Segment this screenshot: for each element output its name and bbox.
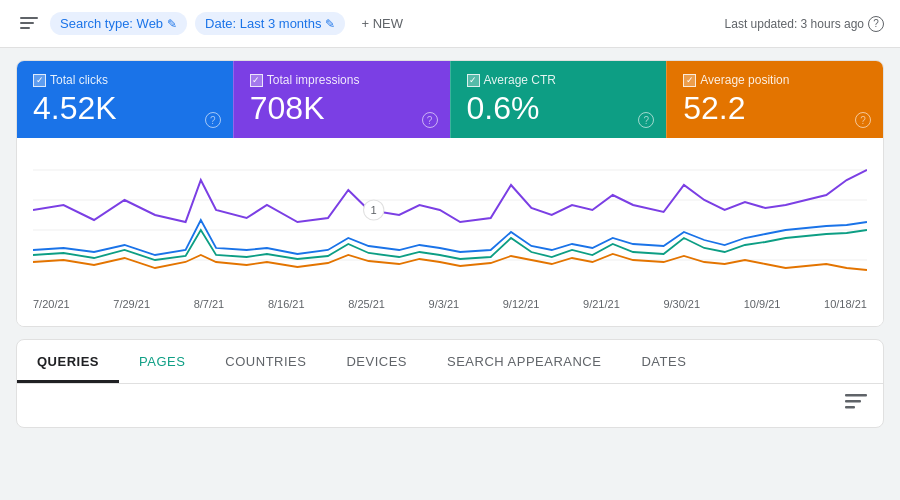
x-label-7: 9/21/21 xyxy=(583,298,620,310)
tab-search-appearance-label: SEARCH APPEARANCE xyxy=(447,354,601,369)
chart-area: 1 7/20/21 7/29/21 8/7/21 8/16/21 8/25/21… xyxy=(17,138,883,326)
metric-average-ctr: Average CTR 0.6% ? xyxy=(450,61,667,138)
tab-countries-label: COUNTRIES xyxy=(225,354,306,369)
new-button-label: + NEW xyxy=(361,16,403,31)
metric-clicks-label: Total clicks xyxy=(33,73,217,87)
search-type-edit-icon: ✎ xyxy=(167,17,177,31)
tab-dates-label: DATES xyxy=(641,354,686,369)
tab-search-appearance[interactable]: SEARCH APPEARANCE xyxy=(427,340,621,383)
tab-queries-label: QUERIES xyxy=(37,354,99,369)
tab-countries[interactable]: COUNTRIES xyxy=(205,340,326,383)
tabs-row: QUERIES PAGES COUNTRIES DEVICES SEARCH A… xyxy=(17,340,883,384)
metric-ctr-label: Average CTR xyxy=(467,73,651,87)
svg-rect-2 xyxy=(20,27,30,29)
new-button[interactable]: + NEW xyxy=(353,12,411,35)
date-chip[interactable]: Date: Last 3 months ✎ xyxy=(195,12,345,35)
tab-devices-label: DEVICES xyxy=(346,354,407,369)
tab-dates[interactable]: DATES xyxy=(621,340,706,383)
clicks-checkbox[interactable] xyxy=(33,74,46,87)
top-bar: Search type: Web ✎ Date: Last 3 months ✎… xyxy=(0,0,900,48)
clicks-label-text: Total clicks xyxy=(50,73,108,87)
x-label-1: 7/29/21 xyxy=(113,298,150,310)
ctr-label-text: Average CTR xyxy=(484,73,556,87)
tab-pages-label: PAGES xyxy=(139,354,185,369)
impressions-label-text: Total impressions xyxy=(267,73,360,87)
x-axis-labels: 7/20/21 7/29/21 8/7/21 8/16/21 8/25/21 9… xyxy=(33,294,867,318)
position-checkbox[interactable] xyxy=(683,74,696,87)
filter-button[interactable] xyxy=(16,13,42,35)
x-label-8: 9/30/21 xyxy=(663,298,700,310)
x-label-0: 7/20/21 xyxy=(33,298,70,310)
tabs-card: QUERIES PAGES COUNTRIES DEVICES SEARCH A… xyxy=(16,339,884,428)
svg-rect-9 xyxy=(845,394,867,397)
svg-rect-10 xyxy=(845,400,861,403)
date-edit-icon: ✎ xyxy=(325,17,335,31)
search-type-label: Search type: Web xyxy=(60,16,163,31)
x-label-5: 9/3/21 xyxy=(429,298,460,310)
ctr-checkbox[interactable] xyxy=(467,74,480,87)
impressions-help-icon[interactable]: ? xyxy=(422,112,438,128)
ctr-value: 0.6% xyxy=(467,91,651,126)
position-label-text: Average position xyxy=(700,73,789,87)
search-type-chip[interactable]: Search type: Web ✎ xyxy=(50,12,187,35)
x-label-6: 9/12/21 xyxy=(503,298,540,310)
x-label-9: 10/9/21 xyxy=(744,298,781,310)
impressions-value: 708K xyxy=(250,91,434,126)
metric-total-clicks: Total clicks 4.52K ? xyxy=(17,61,233,138)
last-updated-label: Last updated: 3 hours ago xyxy=(725,17,864,31)
tab-queries[interactable]: QUERIES xyxy=(17,340,119,383)
metric-average-position: Average position 52.2 ? xyxy=(666,61,883,138)
svg-rect-0 xyxy=(20,17,38,19)
x-label-4: 8/25/21 xyxy=(348,298,385,310)
x-label-2: 8/7/21 xyxy=(194,298,225,310)
line-chart: 1 xyxy=(33,150,867,290)
last-updated-text: Last updated: 3 hours ago ? xyxy=(725,16,884,32)
help-icon[interactable]: ? xyxy=(868,16,884,32)
filter-row xyxy=(17,384,883,427)
date-label: Date: Last 3 months xyxy=(205,16,321,31)
tab-devices[interactable]: DEVICES xyxy=(326,340,427,383)
svg-text:1: 1 xyxy=(371,204,377,216)
main-content: Total clicks 4.52K ? Total impressions 7… xyxy=(0,48,900,440)
metric-total-impressions: Total impressions 708K ? xyxy=(233,61,450,138)
clicks-value: 4.52K xyxy=(33,91,217,126)
ctr-help-icon[interactable]: ? xyxy=(638,112,654,128)
x-label-3: 8/16/21 xyxy=(268,298,305,310)
filter-rows-icon[interactable] xyxy=(845,394,867,417)
x-label-10: 10/18/21 xyxy=(824,298,867,310)
position-value: 52.2 xyxy=(683,91,867,126)
svg-rect-11 xyxy=(845,406,855,409)
clicks-help-icon[interactable]: ? xyxy=(205,112,221,128)
metrics-card: Total clicks 4.52K ? Total impressions 7… xyxy=(16,60,884,327)
filter-rows-svg xyxy=(845,394,867,412)
position-help-icon[interactable]: ? xyxy=(855,112,871,128)
metrics-row: Total clicks 4.52K ? Total impressions 7… xyxy=(17,61,883,138)
svg-rect-1 xyxy=(20,22,34,24)
filter-icon xyxy=(20,17,38,31)
tab-pages[interactable]: PAGES xyxy=(119,340,205,383)
metric-impressions-label: Total impressions xyxy=(250,73,434,87)
impressions-checkbox[interactable] xyxy=(250,74,263,87)
metric-position-label: Average position xyxy=(683,73,867,87)
